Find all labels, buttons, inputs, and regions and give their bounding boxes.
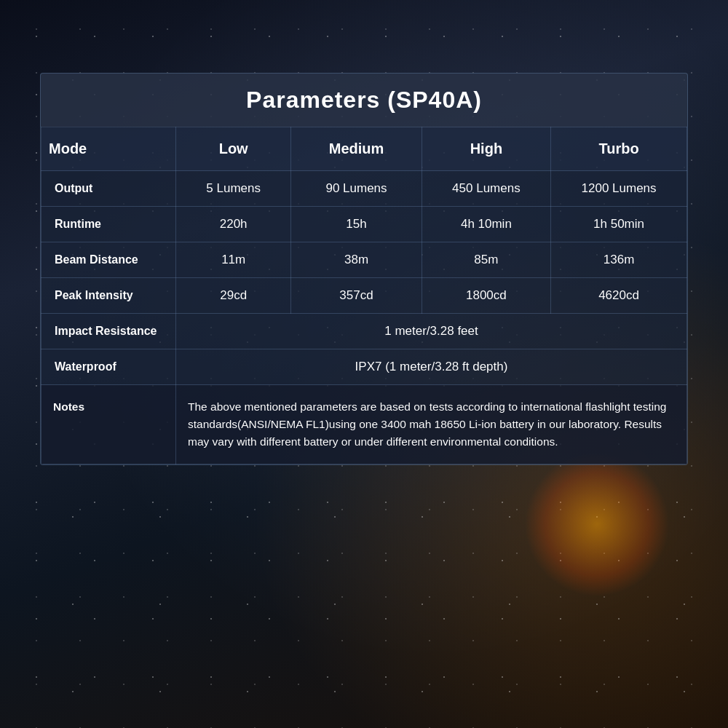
row-label-3: Peak Intensity	[41, 278, 176, 314]
cell-0-0: 5 Lumens	[176, 171, 291, 207]
cell-1-0: 220h	[176, 207, 291, 242]
turbo-header: Turbo	[551, 127, 687, 171]
page-title: Parameters (SP40A)	[55, 87, 673, 114]
row-label-1: Runtime	[41, 207, 176, 242]
mode-header: Mode	[41, 127, 176, 171]
notes-row: Notes The above mentioned parameters are…	[41, 385, 687, 464]
cell-3-1: 357cd	[291, 278, 422, 314]
cell-0-3: 1200 Lumens	[551, 171, 687, 207]
cell-0-1: 90 Lumens	[291, 171, 422, 207]
table-row: Peak Intensity29cd357cd1800cd4620cd	[41, 278, 687, 314]
cell-2-0: 11m	[176, 242, 291, 278]
notes-text: The above mentioned parameters are based…	[176, 385, 687, 464]
table-body: Output5 Lumens90 Lumens450 Lumens1200 Lu…	[41, 171, 687, 385]
notes-label: Notes	[41, 385, 176, 464]
span-cell-4: 1 meter/3.28 feet	[176, 314, 687, 349]
table-row: Beam Distance11m38m85m136m	[41, 242, 687, 278]
low-header: Low	[176, 127, 291, 171]
cell-1-3: 1h 50min	[551, 207, 687, 242]
parameters-container: Parameters (SP40A) Mode Low Medium High …	[40, 73, 688, 465]
cell-3-0: 29cd	[176, 278, 291, 314]
cell-3-3: 4620cd	[551, 278, 687, 314]
table-wrapper: Mode Low Medium High Turbo Output5 Lumen…	[40, 127, 688, 465]
span-cell-5: IPX7 (1 meter/3.28 ft depth)	[176, 349, 687, 385]
table-row: WaterproofIPX7 (1 meter/3.28 ft depth)	[41, 349, 687, 385]
table-row: Runtime220h15h4h 10min1h 50min	[41, 207, 687, 242]
cell-0-2: 450 Lumens	[422, 171, 550, 207]
cell-1-1: 15h	[291, 207, 422, 242]
title-bar: Parameters (SP40A)	[40, 73, 688, 127]
row-label-4: Impact Resistance	[41, 314, 176, 349]
parameters-table: Mode Low Medium High Turbo Output5 Lumen…	[41, 127, 687, 464]
medium-header: Medium	[291, 127, 422, 171]
cell-3-2: 1800cd	[422, 278, 550, 314]
cell-2-1: 38m	[291, 242, 422, 278]
header-row: Mode Low Medium High Turbo	[41, 127, 687, 171]
row-label-0: Output	[41, 171, 176, 207]
row-label-5: Waterproof	[41, 349, 176, 385]
fire-glow	[524, 451, 670, 597]
row-label-2: Beam Distance	[41, 242, 176, 278]
cell-2-3: 136m	[551, 242, 687, 278]
cell-1-2: 4h 10min	[422, 207, 550, 242]
cell-2-2: 85m	[422, 242, 550, 278]
table-row: Output5 Lumens90 Lumens450 Lumens1200 Lu…	[41, 171, 687, 207]
high-header: High	[422, 127, 550, 171]
table-row: Impact Resistance1 meter/3.28 feet	[41, 314, 687, 349]
